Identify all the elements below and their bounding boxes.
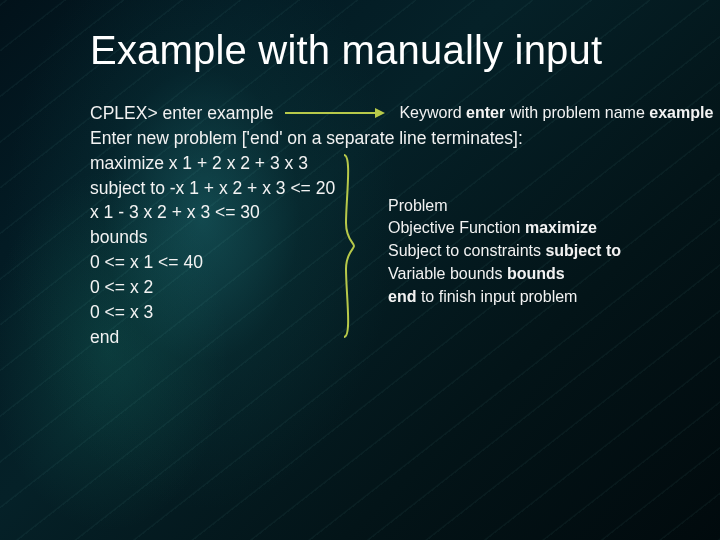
annotation-kw: subject to — [545, 242, 621, 259]
cplex-prompt: CPLEX> enter example — [90, 101, 273, 126]
annotation-line: Subject to constraints subject to — [388, 240, 621, 263]
code-line: 0 <= x 1 <= 40 — [90, 250, 335, 275]
code-line: bounds — [90, 225, 335, 250]
note-kw-example: example — [649, 104, 713, 121]
arrow-right-icon — [285, 107, 385, 119]
slide: Example with manually input CPLEX> enter… — [0, 0, 720, 540]
annotation-text: Subject to constraints — [388, 242, 545, 259]
code-line: 0 <= x 2 — [90, 275, 335, 300]
note-text: Keyword — [399, 104, 466, 121]
annotation-text: Objective Function — [388, 219, 525, 236]
annotation-kw: maximize — [525, 219, 597, 236]
annotation-text: Variable bounds — [388, 265, 507, 282]
annotation-kw: bounds — [507, 265, 565, 282]
annotation-kw: end — [388, 288, 416, 305]
annotation-block: Problem Objective Function maximize Subj… — [388, 195, 621, 309]
annotation-line: end to finish input problem — [388, 286, 621, 309]
code-line: 0 <= x 3 — [90, 300, 335, 325]
annotation-line: Problem — [388, 195, 621, 218]
problem-block: maximize x 1 + 2 x 2 + 3 x 3 subject to … — [90, 151, 672, 350]
code-line: maximize x 1 + 2 x 2 + 3 x 3 — [90, 151, 335, 176]
annotation-line: Variable bounds bounds — [388, 263, 621, 286]
annotation-text: to finish input problem — [416, 288, 577, 305]
prompt-line: CPLEX> enter example Keyword enter with … — [90, 101, 672, 126]
note-kw-enter: enter — [466, 104, 505, 121]
curly-brace-icon — [342, 153, 356, 339]
code-line: x 1 - 3 x 2 + x 3 <= 30 — [90, 200, 335, 225]
instruction-line: Enter new problem ['end' on a separate l… — [90, 126, 672, 151]
problem-lines: maximize x 1 + 2 x 2 + 3 x 3 subject to … — [90, 151, 335, 350]
keyword-note: Keyword enter with problem name example — [399, 102, 713, 125]
slide-content: CPLEX> enter example Keyword enter with … — [90, 101, 672, 349]
annotation-line: Objective Function maximize — [388, 217, 621, 240]
slide-title: Example with manually input — [90, 28, 672, 73]
note-text: with problem name — [505, 104, 649, 121]
code-line: end — [90, 325, 335, 350]
code-line: subject to -x 1 + x 2 + x 3 <= 20 — [90, 176, 335, 201]
